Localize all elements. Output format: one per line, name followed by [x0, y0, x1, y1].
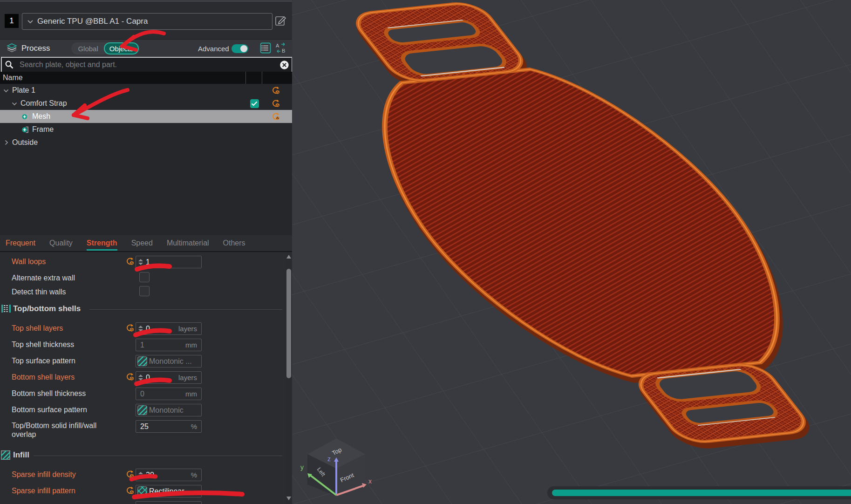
- tree-row-label: Outside: [12, 138, 246, 147]
- tree-row-label: Mesh: [32, 112, 246, 121]
- filament-bar: 1 Generic TPU @BBL A1 - Capra: [0, 13, 292, 31]
- scrollbar-down-icon[interactable]: [286, 497, 291, 500]
- object-tree-header: Name: [0, 72, 292, 84]
- setting-value: 1: [140, 341, 144, 349]
- setting-label: Top shell thickness: [12, 340, 112, 349]
- tree-row-mesh[interactable]: Mesh: [0, 110, 292, 123]
- scrollbar-up-icon[interactable]: [286, 255, 291, 259]
- setting-row-sparse-infill-density: Sparse infill density20%: [0, 467, 286, 483]
- process-title: Process: [21, 44, 50, 53]
- gizmo-axis-x-label: x: [368, 477, 372, 485]
- top-shell-layers-input[interactable]: 0layers: [136, 322, 202, 335]
- sync-modified-icon: [126, 486, 135, 495]
- stripes-pattern-icon: [137, 405, 147, 415]
- setting-value: 0: [146, 374, 150, 382]
- part-icon: [21, 126, 29, 134]
- stripes-pattern-icon: [137, 356, 147, 366]
- bottom-surface-pattern-dropdown[interactable]: Monotonic: [136, 404, 202, 416]
- settings-scrollbar[interactable]: [286, 252, 292, 504]
- setting-value: 25: [140, 422, 149, 431]
- svg-text:B: B: [282, 48, 285, 54]
- sync-modified-icon: [272, 112, 280, 121]
- panel-top-strip: [0, 0, 292, 3]
- top-bottom-solid-infill-wall-overlap-input[interactable]: 25%: [136, 420, 202, 433]
- process-panel: 1 Generic TPU @BBL A1 - Capra: [0, 0, 293, 504]
- segment-objects[interactable]: Objects: [104, 42, 139, 54]
- sparse-infill-density-input[interactable]: 20%: [136, 469, 202, 481]
- tab-quality[interactable]: Quality: [49, 235, 73, 251]
- tree-row-outside[interactable]: Outside: [0, 136, 292, 149]
- setting-value: Monotonic ...: [149, 357, 192, 366]
- 3d-viewport[interactable]: Top Left Front z y x: [292, 0, 851, 504]
- spinner-arrows-icon[interactable]: [138, 326, 143, 332]
- tab-strength[interactable]: Strength: [87, 235, 117, 251]
- tree-row-comfort-strap[interactable]: Comfort Strap: [0, 97, 292, 110]
- svg-text:A: A: [276, 43, 279, 48]
- visibility-checkbox[interactable]: [250, 99, 259, 108]
- setting-value: 1: [146, 258, 150, 266]
- detect-thin-walls-checkbox[interactable]: [139, 286, 150, 296]
- filament-slot-number[interactable]: 1: [5, 14, 19, 28]
- spinner-arrows-icon[interactable]: [138, 472, 143, 478]
- chevron-down-icon: [12, 102, 17, 106]
- gizmo-axis-y-label: y: [300, 463, 304, 471]
- top-shell-thickness-input[interactable]: 1mm: [136, 339, 202, 351]
- bottom-shell-thickness-input[interactable]: 0mm: [136, 388, 202, 400]
- setting-label: Bottom shell thickness: [12, 389, 112, 398]
- setting-row-detect-thin-walls: Detect thin walls: [0, 284, 286, 298]
- tab-others[interactable]: Others: [223, 235, 245, 251]
- scrollbar-thumb[interactable]: [286, 269, 291, 378]
- progress-bar[interactable]: [547, 486, 851, 499]
- settings-tabs: FrequentQualityStrengthSpeedMultimateria…: [0, 235, 292, 252]
- spinner-arrows-icon[interactable]: [138, 259, 143, 265]
- segment-global[interactable]: Global: [72, 45, 103, 53]
- wall-loops-input[interactable]: 1: [136, 256, 202, 268]
- setting-unit: %: [191, 422, 197, 430]
- section-top-bottom-shells: Top/bottom shells: [0, 298, 286, 320]
- setting-unit: mm: [185, 341, 197, 349]
- tab-speed[interactable]: Speed: [131, 235, 153, 251]
- advanced-toggle[interactable]: [231, 44, 248, 53]
- setting-value: Rectilinear: [149, 487, 184, 496]
- bottom-shell-layers-input[interactable]: 0layers: [136, 371, 202, 384]
- infill-icon: [1, 450, 10, 460]
- tree-header-sync-column: [262, 72, 292, 84]
- alternate-extra-wall-checkbox[interactable]: [139, 272, 150, 282]
- process-bar: Process Global Objects Advanced A B: [0, 39, 292, 58]
- compare-ab-icon[interactable]: A B: [275, 42, 287, 55]
- top-surface-pattern-dropdown[interactable]: Monotonic ...: [136, 355, 202, 368]
- sparse-infill-pattern-dropdown[interactable]: Rectilinear: [136, 485, 202, 497]
- search-input[interactable]: [19, 60, 277, 69]
- filament-selector[interactable]: Generic TPU @BBL A1 - Capra: [22, 13, 272, 30]
- tab-multimaterial[interactable]: Multimaterial: [167, 235, 209, 251]
- sync-modified-icon: [126, 257, 135, 266]
- tree-row-plate-1[interactable]: Plate 1: [0, 84, 292, 97]
- setting-label: Wall loops: [12, 257, 112, 266]
- object-tree: Name Plate 1Comfort StrapMeshFrameOutsid…: [0, 72, 292, 235]
- setting-row-maximum-length-of-the-infill: Maximum length of the infill: [0, 499, 286, 504]
- slicer-app: 1 Generic TPU @BBL A1 - Capra: [0, 0, 851, 504]
- edit-filament-button[interactable]: [275, 14, 287, 27]
- settings-list: Wall loops1Alternate extra wallDetect th…: [0, 252, 286, 504]
- tree-row-frame[interactable]: Frame: [0, 123, 292, 136]
- search-bar: [1, 57, 293, 73]
- tree-row-label: Plate 1: [12, 86, 246, 95]
- spinner-arrows-icon[interactable]: [138, 375, 143, 381]
- crosshatch-pattern-icon: [137, 486, 147, 496]
- setting-row-wall-loops: Wall loops1: [0, 254, 286, 270]
- progress-bar-fill: [552, 490, 851, 496]
- setting-label: Top surface pattern: [12, 356, 112, 365]
- sync-modified-icon: [126, 324, 135, 333]
- clear-search-icon[interactable]: [277, 60, 289, 70]
- parameter-list-icon[interactable]: [260, 42, 271, 55]
- tree-header-visibility-column: [245, 72, 262, 84]
- setting-value: 0: [146, 325, 150, 333]
- maximum-length-of-the-infill-input[interactable]: [136, 501, 202, 504]
- tab-frequent[interactable]: Frequent: [6, 235, 35, 251]
- pencil-icon: [275, 14, 287, 27]
- chevron-right-icon: [4, 140, 8, 145]
- chevron-down-icon: [3, 89, 9, 93]
- setting-label: Detect thin walls: [12, 287, 112, 296]
- search-icon: [5, 60, 14, 69]
- setting-label: Bottom shell layers: [12, 373, 112, 381]
